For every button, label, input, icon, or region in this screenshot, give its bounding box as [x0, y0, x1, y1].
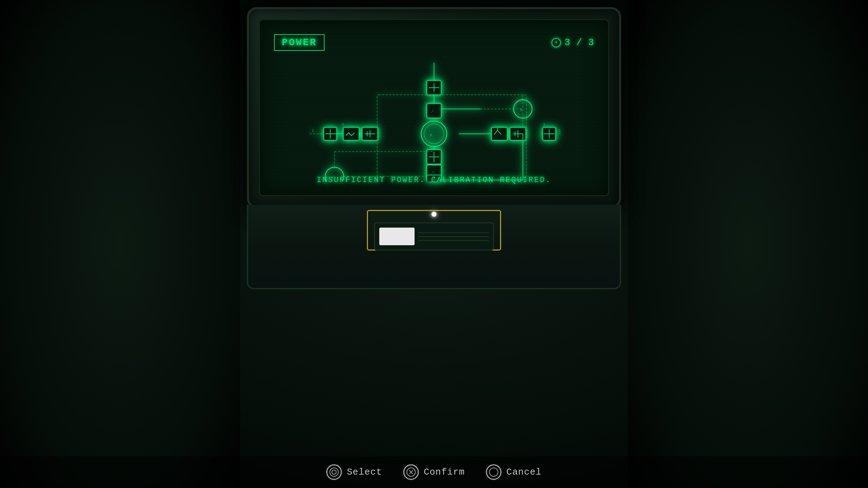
- console-lower: [247, 205, 621, 289]
- control-bar: Select Confirm Cancel: [0, 456, 868, 488]
- card-line: [418, 232, 489, 233]
- counter-value: 3 / 3: [564, 37, 594, 48]
- counter: + 3 / 3: [552, 37, 594, 48]
- svg-rect-17: [343, 127, 359, 140]
- cancel-label: Cancel: [506, 467, 542, 477]
- card-lines: [418, 232, 489, 241]
- side-panel-right: [628, 0, 868, 488]
- svg-text:1: 1: [312, 128, 314, 133]
- card-slot: [379, 228, 415, 245]
- cancel-button-icon[interactable]: [486, 464, 501, 480]
- confirm-button-icon[interactable]: [403, 464, 419, 480]
- circuit-diagram[interactable]: .wire { stroke: #00e87a; stroke-width: 2…: [274, 58, 594, 181]
- svg-text:3: 3: [341, 122, 344, 127]
- svg-point-23: [424, 124, 444, 144]
- circuit-svg: .wire { stroke: #00e87a; stroke-width: 2…: [274, 58, 594, 181]
- screen-header: POWER + 3 / 3: [274, 34, 594, 51]
- side-panel-left: [0, 0, 240, 488]
- svg-point-64: [489, 468, 498, 476]
- svg-text:⟋: ⟋: [429, 108, 435, 114]
- card-line: [418, 236, 489, 237]
- svg-text:⚡: ⚡: [520, 107, 523, 113]
- crt-screen: POWER + 3 / 3 .wire { stroke: #00e87a; s…: [259, 19, 609, 196]
- select-button-icon[interactable]: [326, 464, 342, 480]
- card-reader[interactable]: [374, 222, 494, 251]
- svg-rect-36: [492, 127, 507, 140]
- svg-text:3: 3: [433, 145, 435, 150]
- svg-point-60: [332, 470, 336, 474]
- svg-text:1: 1: [558, 128, 561, 133]
- control-cancel[interactable]: Cancel: [486, 464, 542, 480]
- screen-content: POWER + 3 / 3 .wire { stroke: #00e87a; s…: [260, 20, 608, 195]
- svg-text:⚡: ⚡: [429, 132, 432, 138]
- select-label: Select: [347, 467, 382, 477]
- status-message: INSUFFICIENT POWER. CALIBRATION REQUIRED…: [260, 176, 608, 185]
- control-select[interactable]: Select: [326, 464, 382, 480]
- svg-text:3: 3: [543, 122, 545, 127]
- power-label: POWER: [274, 34, 325, 51]
- control-confirm[interactable]: Confirm: [403, 464, 465, 480]
- indicator-dot: [432, 212, 436, 217]
- monitor-housing: POWER + 3 / 3 .wire { stroke: #00e87a; s…: [247, 7, 621, 208]
- terminal: POWER + 3 / 3 .wire { stroke: #00e87a; s…: [236, 7, 632, 430]
- svg-point-59: [330, 468, 338, 476]
- card-line: [418, 240, 489, 241]
- counter-icon: +: [552, 38, 561, 47]
- confirm-label: Confirm: [424, 467, 465, 477]
